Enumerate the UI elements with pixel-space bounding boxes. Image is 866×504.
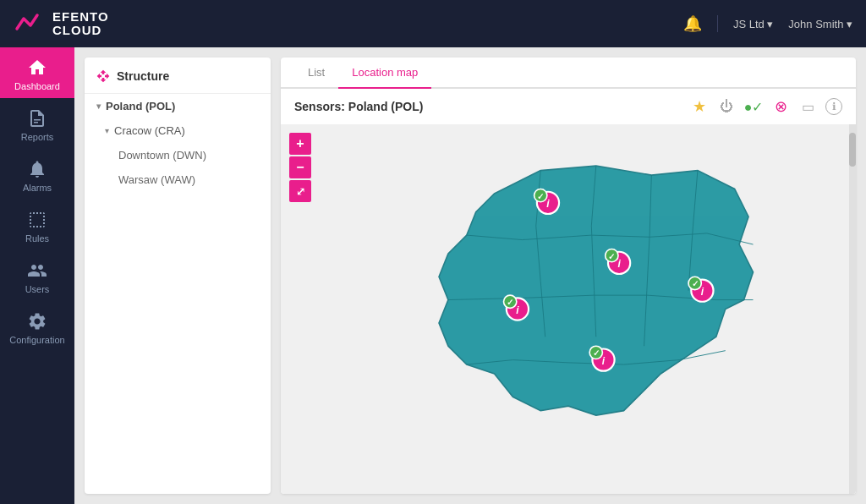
reports-icon xyxy=(27,108,47,129)
svg-text:✓: ✓ xyxy=(608,252,615,261)
main-layout: Dashboard Reports Alarms Rules xyxy=(0,47,866,504)
org-selector[interactable]: JS Ltd ▾ xyxy=(733,18,773,30)
user-menu[interactable]: John Smith ▾ xyxy=(788,18,852,30)
sidebar-item-dashboard[interactable]: Dashboard xyxy=(0,47,74,98)
svg-text:✓: ✓ xyxy=(593,348,600,358)
sidebar-item-configuration[interactable]: Configuration xyxy=(0,301,74,352)
scroll-track[interactable] xyxy=(849,124,856,494)
sidebar-label-alarms: Alarms xyxy=(23,183,52,193)
sidebar-label-rules: Rules xyxy=(25,233,49,244)
structure-header: Structure xyxy=(85,69,271,94)
sidebar-item-users[interactable]: Users xyxy=(0,250,74,301)
structure-panel: Structure ▾ Poland (POL) ▾ Cracow (CRA) … xyxy=(85,58,271,494)
tree-item-downtown[interactable]: Downtown (DWN) xyxy=(85,143,271,167)
map-container[interactable]: + − ⤢ xyxy=(281,124,856,494)
sidebar-item-alarms[interactable]: Alarms xyxy=(0,149,74,200)
info-icon[interactable]: ℹ xyxy=(825,98,842,115)
content-area: Structure ▾ Poland (POL) ▾ Cracow (CRA) … xyxy=(74,47,866,504)
chevron-down-icon-2: ▾ xyxy=(105,126,109,135)
check-circle-icon[interactable]: ●✓ xyxy=(744,97,763,116)
map-action-icons: ★ ⏻ ●✓ ⊗ ▭ ℹ xyxy=(690,97,842,116)
poland-map-svg: i ✓ i ✓ xyxy=(281,124,856,494)
map-toolbar: Sensors: Poland (POL) ★ ⏻ ●✓ ⊗ ▭ ℹ xyxy=(281,89,856,124)
tree-item-cracow[interactable]: ▾ Cracow (CRA) xyxy=(85,118,271,143)
zoom-out-button[interactable]: − xyxy=(289,156,311,178)
brand-text: EFENTO CLOUD xyxy=(52,10,109,38)
svg-text:✓: ✓ xyxy=(692,279,699,288)
zoom-reset-button[interactable]: ⤢ xyxy=(289,180,311,202)
users-icon xyxy=(27,260,47,281)
sidebar-label-reports: Reports xyxy=(21,132,54,142)
mobile-icon[interactable]: ▭ xyxy=(798,97,817,116)
brand: EFENTO CLOUD xyxy=(14,8,109,39)
sidebar: Dashboard Reports Alarms Rules xyxy=(0,47,74,504)
sidebar-label-configuration: Configuration xyxy=(9,335,64,345)
tree-label-warsaw: Warsaw (WAW) xyxy=(118,173,195,186)
chevron-down-icon: ▾ xyxy=(96,101,101,111)
navbar-right: 🔔 JS Ltd ▾ John Smith ▾ xyxy=(683,14,852,33)
nav-divider xyxy=(717,15,718,32)
zoom-in-button[interactable]: + xyxy=(289,133,311,155)
map-title: Sensors: Poland (POL) xyxy=(294,100,423,113)
x-circle-icon[interactable]: ⊗ xyxy=(771,97,790,116)
tab-location-map[interactable]: Location map xyxy=(338,58,431,89)
sidebar-label-dashboard: Dashboard xyxy=(14,81,60,91)
config-icon xyxy=(27,311,47,331)
star-icon[interactable]: ★ xyxy=(690,97,709,116)
structure-title: Structure xyxy=(117,69,169,83)
brand-logo xyxy=(14,8,44,39)
alarm-icon xyxy=(27,159,47,179)
tree-label-cracow: Cracow (CRA) xyxy=(114,124,185,137)
sidebar-label-users: Users xyxy=(25,284,50,294)
power-icon[interactable]: ⏻ xyxy=(717,97,736,116)
tree-label-downtown: Downtown (DWN) xyxy=(118,149,206,162)
tab-list[interactable]: List xyxy=(294,58,338,89)
scroll-thumb[interactable] xyxy=(849,133,856,167)
home-icon xyxy=(27,58,47,78)
navbar: EFENTO CLOUD 🔔 JS Ltd ▾ John Smith ▾ xyxy=(0,0,866,47)
svg-text:✓: ✓ xyxy=(507,298,513,307)
tree-item-poland[interactable]: ▾ Poland (POL) xyxy=(85,94,271,118)
tree-item-warsaw[interactable]: Warsaw (WAW) xyxy=(85,167,271,192)
structure-icon xyxy=(96,69,110,83)
tabs-bar: List Location map xyxy=(281,58,856,89)
map-controls: + − ⤢ xyxy=(289,133,311,202)
svg-text:✓: ✓ xyxy=(537,191,544,200)
content-inner: Structure ▾ Poland (POL) ▾ Cracow (CRA) … xyxy=(85,58,856,494)
rules-icon xyxy=(27,210,47,230)
sidebar-item-reports[interactable]: Reports xyxy=(0,98,74,149)
tree-label-poland: Poland (POL) xyxy=(106,100,175,112)
notification-bell[interactable]: 🔔 xyxy=(683,14,702,33)
sidebar-item-rules[interactable]: Rules xyxy=(0,200,74,250)
map-panel: List Location map Sensors: Poland (POL) … xyxy=(281,58,856,494)
